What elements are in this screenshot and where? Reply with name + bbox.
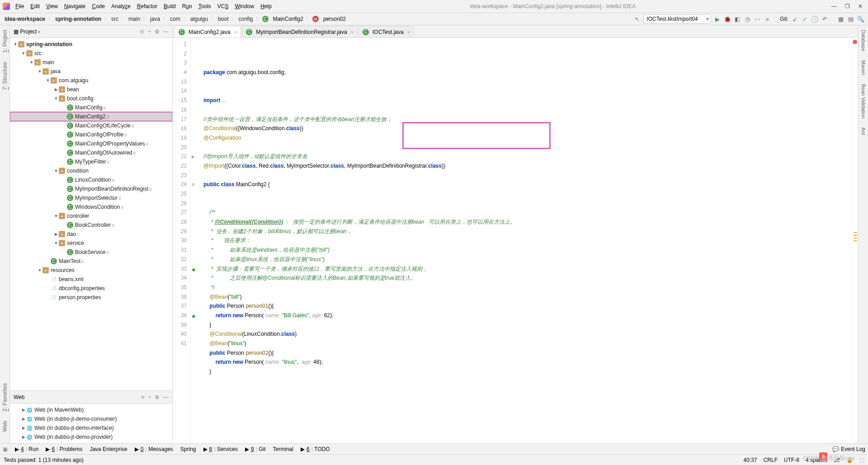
search-icon[interactable]: 🔍 [857, 15, 864, 23]
menu-file[interactable]: File [13, 2, 27, 11]
tab-close-icon[interactable]: × [234, 29, 237, 35]
tool-favorites[interactable]: 2: Favorites [2, 383, 8, 412]
web-gear-icon[interactable]: ⚙ [155, 394, 160, 400]
bottom-tab[interactable]: ▶ 6: TODO [301, 446, 330, 452]
tree-node[interactable]: ▼▪controller [10, 211, 172, 221]
git-update-icon[interactable]: ↙ [791, 15, 798, 23]
code-content[interactable]: package com.atguigu.boot.config; import … [200, 38, 852, 443]
profile-icon[interactable]: ◷ [744, 15, 751, 23]
web-tree-item[interactable]: ▶🌐Web (in dubbo-jt-demo-interface) [10, 423, 172, 432]
bean-gutter-icon-2[interactable]: ◆ [192, 311, 198, 318]
run-icon[interactable]: ▶ [714, 15, 721, 23]
line-separator[interactable]: CRLF [764, 457, 778, 463]
bc-src[interactable]: src [110, 15, 119, 23]
tree-node[interactable]: MainConfigOfLifeCycleo [10, 121, 172, 130]
paste-icon[interactable]: ▦ [837, 15, 844, 23]
git-commit-icon[interactable]: ✓ [801, 15, 808, 23]
error-stripe[interactable]: ! [852, 38, 858, 443]
menu-refactor[interactable]: Refactor [134, 2, 160, 11]
run-coverage-icon[interactable]: ◧ [734, 15, 741, 23]
editor-tab[interactable]: MainConfig2.java× [175, 26, 241, 38]
attach-icon[interactable]: ⋯ [754, 15, 761, 23]
web-tree-item[interactable]: ▶🌐Web (in dubbo-jt-demo-consumer) [10, 414, 172, 423]
web-tree[interactable]: ▶🌐Web (in MavenWeb)▶🌐Web (in dubbo-jt-de… [10, 404, 172, 443]
bean-gutter-icon[interactable]: ◆ [192, 265, 198, 271]
hide-icon[interactable]: — [163, 28, 169, 35]
fold-gutter-icon[interactable]: ≡ [192, 180, 198, 186]
bc-com[interactable]: com [169, 15, 181, 23]
tree-node[interactable]: ▼▪com.atguigu [10, 76, 172, 85]
tree-node[interactable]: ▶▪bean [10, 85, 172, 94]
bc-config[interactable]: config [237, 15, 254, 23]
project-view-select[interactable]: Project [20, 28, 40, 35]
bottom-tab[interactable]: Terminal [273, 446, 293, 452]
bc-project[interactable]: idea-workspace [4, 15, 46, 23]
debug-icon[interactable]: 🐞 [724, 15, 731, 23]
gear-icon[interactable]: ⚙ [155, 28, 160, 35]
file-encoding[interactable]: UTF-8 [784, 457, 799, 463]
bc-boot[interactable]: boot [217, 15, 229, 23]
bc-java[interactable]: java [149, 15, 161, 23]
bottom-tab[interactable]: ▶ 4: Run [15, 446, 38, 452]
tab-close-icon[interactable]: × [351, 29, 354, 35]
tree-node[interactable]: MainConfigOfPropertyValueso [10, 139, 172, 148]
code-editor[interactable]: 1234131415161718192021222324252627282930… [173, 38, 858, 443]
bottom-tab[interactable]: ▶ 6: Problems [46, 446, 82, 452]
editor-tab[interactable]: IOCTest.java× [359, 26, 414, 38]
web-expand-icon[interactable]: ≡ [141, 394, 144, 400]
editor-tab[interactable]: MyImportBeanDefinitionRegistrar.java× [242, 26, 358, 38]
tool-web[interactable]: Web [2, 421, 8, 432]
minimize-icon[interactable]: — [831, 3, 837, 9]
bottom-tab[interactable]: ▶ 8: Services [203, 446, 238, 452]
git-history-icon[interactable]: 🕓 [811, 15, 818, 23]
tree-node[interactable]: ▼▪boot.config [10, 94, 172, 103]
tree-node[interactable]: BookServiceo [10, 248, 172, 257]
menu-code[interactable]: Code [89, 2, 108, 11]
menu-vcs[interactable]: VCS [215, 2, 231, 11]
tree-node[interactable]: MyTypeFiltero [10, 157, 172, 166]
tree-node[interactable]: ▼▪java [10, 67, 172, 76]
tool-bean-validation[interactable]: Bean Validation [861, 84, 866, 118]
stop-icon[interactable]: ■ [764, 15, 771, 23]
bc-main[interactable]: main [127, 15, 141, 23]
menu-help[interactable]: Help [258, 2, 274, 11]
web-tree-item[interactable]: ▶🌐Web (in MavenWeb) [10, 405, 172, 414]
menu-view[interactable]: View [43, 2, 61, 11]
bottom-tab[interactable]: ▶ 9: Git [245, 446, 266, 452]
tree-node[interactable]: MainTesto [10, 257, 172, 266]
locate-icon[interactable]: ⊙ [140, 28, 144, 35]
tree-node[interactable]: ▼▪src [10, 49, 172, 58]
bc-class[interactable]: MainConfig2 [272, 15, 304, 23]
tree-node[interactable]: MainConifgOfAutowiredo [10, 148, 172, 157]
bottom-tab[interactable]: Java Enterprise [90, 446, 127, 452]
maximize-icon[interactable]: ❐ [845, 3, 850, 9]
menu-edit[interactable]: Edit [28, 2, 42, 11]
tree-node[interactable]: MainConfigo [10, 103, 172, 112]
project-tree[interactable]: ▼▪spring-annotation▼▪src▼▪main▼▪java▼▪co… [10, 38, 172, 390]
tool-maven[interactable]: Maven [861, 60, 866, 75]
bottom-tab[interactable]: Spring [180, 446, 196, 452]
tree-node[interactable]: ▼▪service [10, 239, 172, 248]
menu-tools[interactable]: Tools [196, 2, 214, 11]
bc-method[interactable]: person02 [322, 15, 347, 23]
tree-node[interactable]: WindowsConditiono [10, 202, 172, 211]
web-collapse-icon[interactable]: ÷ [148, 394, 151, 400]
tool-ant[interactable]: Ant [861, 127, 866, 135]
bottom-toggle-icon[interactable]: ▣ [3, 446, 8, 452]
tool-structure[interactable]: 7: Structure [2, 62, 8, 90]
tree-node[interactable]: 📄dbconfig.properties [10, 284, 172, 293]
tree-node[interactable]: MyImportSelectoro [10, 193, 172, 202]
tree-node[interactable]: ▼▪main [10, 58, 172, 67]
bc-atguigu[interactable]: atguigu [189, 15, 209, 23]
web-hide-icon[interactable]: — [163, 394, 169, 400]
tree-node[interactable]: LinuxConditiono [10, 175, 172, 184]
back-icon[interactable]: ↖ [633, 15, 641, 23]
tab-close-icon[interactable]: × [407, 29, 410, 35]
run-config-select[interactable]: IOCTest.testImport04 [643, 14, 711, 23]
tree-node[interactable]: MainConfigOfProfileo [10, 130, 172, 139]
bottom-tab[interactable]: ▶ 0: Messages [135, 446, 173, 452]
tree-root[interactable]: ▼▪spring-annotation [10, 40, 172, 49]
tree-node[interactable]: ▼▪resources [10, 266, 172, 275]
tree-node[interactable]: MainConfig2o [10, 112, 172, 121]
bc-module[interactable]: spring-annotation [54, 15, 102, 23]
